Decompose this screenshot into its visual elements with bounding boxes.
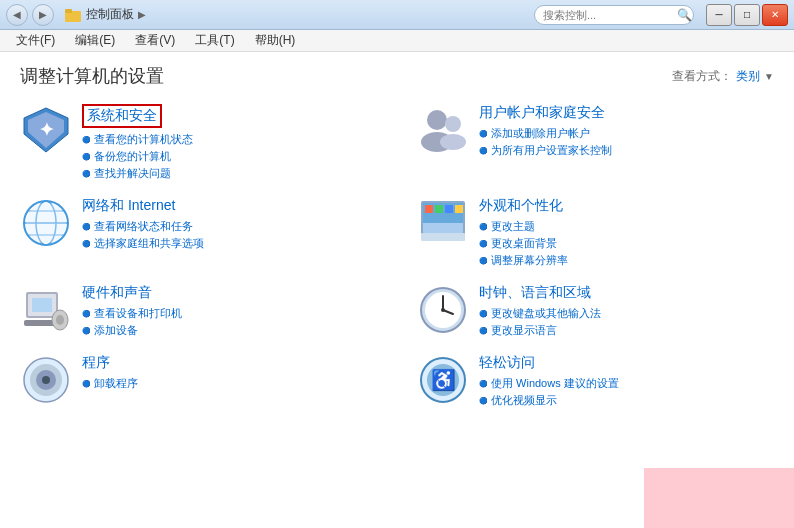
clock-title[interactable]: 时钟、语言和区域 [479, 284, 601, 302]
menu-help[interactable]: 帮助(H) [247, 30, 304, 51]
svg-rect-20 [435, 205, 443, 213]
sub-link-homegroup[interactable]: 选择家庭组和共享选项 [82, 236, 204, 251]
sub-link-backup[interactable]: 备份您的计算机 [82, 149, 193, 164]
category-ease-content: 轻松访问 使用 Windows 建议的设置 优化视频显示 [479, 354, 619, 408]
hardware-links: 查看设备和打印机 添加设备 [82, 306, 182, 338]
page-title: 调整计算机的设置 [20, 64, 164, 88]
svg-point-7 [445, 116, 461, 132]
category-system-security-content: 系统和安全 查看您的计算机状态 备份您的计算机 查找并解决问题 [82, 104, 193, 181]
category-user-accounts-content: 用户帐户和家庭安全 添加或删除用户帐户 为所有用户设置家长控制 [479, 104, 612, 158]
category-clock-content: 时钟、语言和区域 更改键盘或其他输入法 更改显示语言 [479, 284, 601, 338]
svg-point-8 [440, 134, 466, 150]
close-button[interactable]: ✕ [762, 4, 788, 26]
category-hardware: 硬件和声音 查看设备和打印机 添加设备 [20, 284, 377, 338]
hardware-icon [20, 284, 72, 336]
sub-link-devices[interactable]: 查看设备和打印机 [82, 306, 182, 321]
sub-link-windows-recommend[interactable]: 使用 Windows 建议的设置 [479, 376, 619, 391]
svg-point-5 [427, 110, 447, 130]
main-content: 调整计算机的设置 查看方式： 类别 ▼ ✦ 系统和安全 查看您的计算机状态 [0, 52, 794, 528]
programs-icon [20, 354, 72, 406]
svg-rect-19 [425, 205, 433, 213]
title-bar-left: ◀ ▶ 控制面板 ▶ [6, 4, 146, 26]
sub-link-add-device[interactable]: 添加设备 [82, 323, 182, 338]
sub-link-keyboard[interactable]: 更改键盘或其他输入法 [479, 306, 601, 321]
menu-view[interactable]: 查看(V) [127, 30, 183, 51]
network-icon [20, 197, 72, 249]
user-accounts-icon [417, 104, 469, 156]
menu-file[interactable]: 文件(F) [8, 30, 63, 51]
content-header: 调整计算机的设置 查看方式： 类别 ▼ [20, 64, 774, 88]
breadcrumb-arrow: ▶ [138, 9, 146, 20]
category-user-accounts: 用户帐户和家庭安全 添加或删除用户帐户 为所有用户设置家长控制 [417, 104, 774, 181]
svg-text:♿: ♿ [431, 368, 456, 392]
window-controls: ─ □ ✕ [706, 4, 788, 26]
sub-link-display-lang[interactable]: 更改显示语言 [479, 323, 601, 338]
category-programs: 程序 卸载程序 [20, 354, 377, 408]
category-system-security: ✦ 系统和安全 查看您的计算机状态 备份您的计算机 查找并解决问题 [20, 104, 377, 181]
svg-rect-25 [32, 298, 52, 312]
svg-point-33 [441, 308, 445, 312]
user-accounts-links: 添加或删除用户帐户 为所有用户设置家长控制 [479, 126, 612, 158]
sub-link-computer-status[interactable]: 查看您的计算机状态 [82, 132, 193, 147]
categories-grid: ✦ 系统和安全 查看您的计算机状态 备份您的计算机 查找并解决问题 [20, 104, 774, 408]
network-links: 查看网络状态和任务 选择家庭组和共享选项 [82, 219, 204, 251]
pink-overlay [644, 468, 794, 528]
title-bar: ◀ ▶ 控制面板 ▶ 🔍 ─ □ ✕ [0, 0, 794, 30]
svg-text:✦: ✦ [39, 120, 54, 140]
sub-link-parental[interactable]: 为所有用户设置家长控制 [479, 143, 612, 158]
category-programs-content: 程序 卸载程序 [82, 354, 138, 391]
svg-point-37 [42, 376, 50, 384]
svg-rect-22 [455, 205, 463, 213]
appearance-title[interactable]: 外观和个性化 [479, 197, 568, 215]
search-button[interactable]: 🔍 [674, 5, 694, 25]
svg-rect-21 [445, 205, 453, 213]
minimize-button[interactable]: ─ [706, 4, 732, 26]
view-mode-value[interactable]: 类别 [736, 68, 760, 85]
sub-link-desktop[interactable]: 更改桌面背景 [479, 236, 568, 251]
system-security-icon: ✦ [20, 104, 72, 156]
category-ease-access: ♿ 轻松访问 使用 Windows 建议的设置 优化视频显示 [417, 354, 774, 408]
category-appearance-content: 外观和个性化 更改主题 更改桌面背景 调整屏幕分辨率 [479, 197, 568, 268]
hardware-title[interactable]: 硬件和声音 [82, 284, 182, 302]
category-network: 网络和 Internet 查看网络状态和任务 选择家庭组和共享选项 [20, 197, 377, 268]
folder-icon [64, 6, 82, 24]
programs-links: 卸载程序 [82, 376, 138, 391]
menu-bar: 文件(F) 编辑(E) 查看(V) 工具(T) 帮助(H) [0, 30, 794, 52]
category-hardware-content: 硬件和声音 查看设备和打印机 添加设备 [82, 284, 182, 338]
search-input[interactable] [534, 5, 694, 25]
breadcrumb: 控制面板 ▶ [64, 6, 146, 24]
breadcrumb-text: 控制面板 [86, 6, 134, 23]
appearance-links: 更改主题 更改桌面背景 调整屏幕分辨率 [479, 219, 568, 268]
menu-edit[interactable]: 编辑(E) [67, 30, 123, 51]
category-appearance: 外观和个性化 更改主题 更改桌面背景 调整屏幕分辨率 [417, 197, 774, 268]
category-network-content: 网络和 Internet 查看网络状态和任务 选择家庭组和共享选项 [82, 197, 204, 251]
maximize-button[interactable]: □ [734, 4, 760, 26]
system-security-title[interactable]: 系统和安全 [82, 104, 162, 128]
clock-links: 更改键盘或其他输入法 更改显示语言 [479, 306, 601, 338]
svg-rect-1 [65, 9, 72, 13]
ease-title[interactable]: 轻松访问 [479, 354, 619, 372]
sub-link-troubleshoot[interactable]: 查找并解决问题 [82, 166, 193, 181]
sub-link-add-user[interactable]: 添加或删除用户帐户 [479, 126, 612, 141]
back-button[interactable]: ◀ [6, 4, 28, 26]
forward-button[interactable]: ▶ [32, 4, 54, 26]
ease-access-icon: ♿ [417, 354, 469, 406]
sub-link-uninstall[interactable]: 卸载程序 [82, 376, 138, 391]
menu-tools[interactable]: 工具(T) [187, 30, 242, 51]
sub-link-resolution[interactable]: 调整屏幕分辨率 [479, 253, 568, 268]
sub-link-theme[interactable]: 更改主题 [479, 219, 568, 234]
user-accounts-title[interactable]: 用户帐户和家庭安全 [479, 104, 612, 122]
network-title[interactable]: 网络和 Internet [82, 197, 204, 215]
appearance-icon [417, 197, 469, 249]
category-clock: 时钟、语言和区域 更改键盘或其他输入法 更改显示语言 [417, 284, 774, 338]
sub-link-video-display[interactable]: 优化视频显示 [479, 393, 619, 408]
system-security-links: 查看您的计算机状态 备份您的计算机 查找并解决问题 [82, 132, 193, 181]
view-mode-label: 查看方式： [672, 68, 732, 85]
view-mode-arrow: ▼ [764, 71, 774, 82]
ease-links: 使用 Windows 建议的设置 优化视频显示 [479, 376, 619, 408]
programs-title[interactable]: 程序 [82, 354, 138, 372]
svg-rect-18 [421, 233, 465, 241]
svg-point-14 [26, 203, 66, 243]
view-mode: 查看方式： 类别 ▼ [672, 68, 774, 85]
sub-link-network-status[interactable]: 查看网络状态和任务 [82, 219, 204, 234]
